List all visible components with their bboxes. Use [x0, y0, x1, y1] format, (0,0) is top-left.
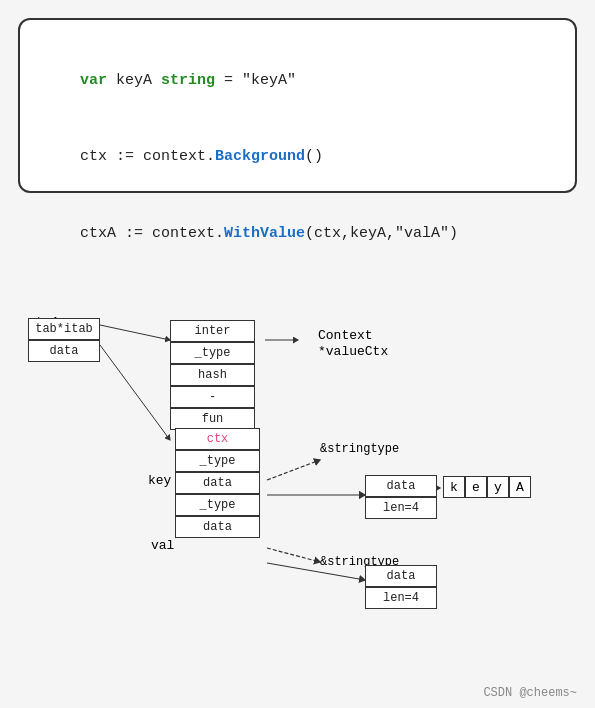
struct-left-row2: data — [28, 340, 100, 362]
struct-main-val-type: _type — [175, 494, 260, 516]
code-line-2: ctx := context.Background() — [44, 119, 551, 196]
ref1-data: data — [365, 475, 437, 497]
char-e: e — [465, 476, 487, 498]
val-label: val — [151, 538, 174, 553]
code-line-1: var keyA string = "keyA" — [44, 42, 551, 119]
svg-line-3 — [267, 460, 320, 480]
ref1-len: len=4 — [365, 497, 437, 519]
struct-middle-fun: fun — [170, 408, 255, 430]
stringtype1-label: &stringtype — [320, 442, 399, 456]
csdn-footer: CSDN @cheems~ — [483, 686, 577, 700]
struct-middle-hash: hash — [170, 364, 255, 386]
ref2-len: len=4 — [365, 587, 437, 609]
struct-middle-dash: - — [170, 386, 255, 408]
char-A: A — [509, 476, 531, 498]
diagram-area: ctxA tab*itab data inter _type hash - fu… — [0, 210, 595, 708]
struct-middle-inter: inter — [170, 320, 255, 342]
code-block: var keyA string = "keyA" ctx := context.… — [18, 18, 577, 193]
method-background: Background — [215, 148, 305, 165]
keyword-string: string — [161, 72, 215, 89]
valueCtx-label: *valueCtx — [318, 344, 388, 359]
arrows-svg — [0, 210, 595, 708]
key-label: key — [148, 473, 171, 488]
char-k: k — [443, 476, 465, 498]
ref2-data: data — [365, 565, 437, 587]
struct-main-ctx: ctx — [175, 428, 260, 450]
keyword-var: var — [80, 72, 107, 89]
struct-middle-type: _type — [170, 342, 255, 364]
struct-main-val-data: data — [175, 516, 260, 538]
svg-line-0 — [100, 325, 170, 340]
context-label: Context — [318, 328, 373, 343]
char-y: y — [487, 476, 509, 498]
svg-line-6 — [267, 548, 320, 562]
struct-main-key-data: data — [175, 472, 260, 494]
svg-line-1 — [100, 345, 170, 440]
struct-left-row1: tab*itab — [28, 318, 100, 340]
struct-main-key-type: _type — [175, 450, 260, 472]
